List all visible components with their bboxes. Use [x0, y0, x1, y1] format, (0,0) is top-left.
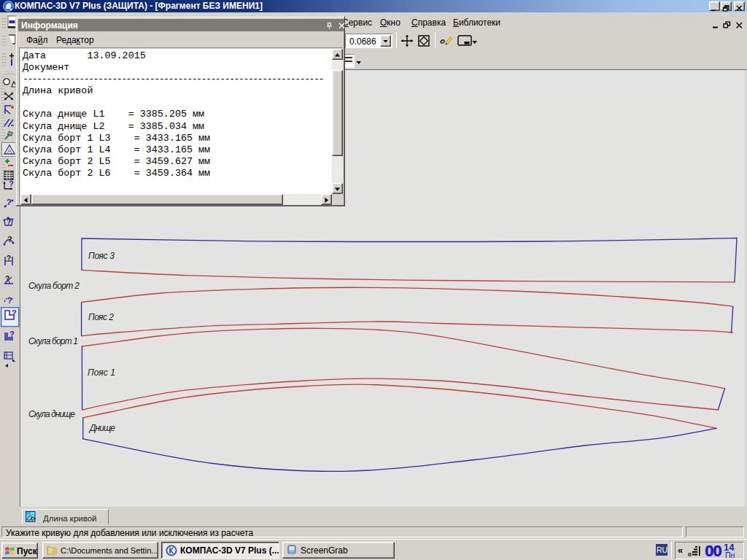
- svg-text:?: ?: [7, 254, 11, 262]
- svg-text:?: ?: [5, 275, 9, 283]
- svg-text:?: ?: [7, 296, 12, 305]
- svg-text:?: ?: [7, 198, 12, 206]
- svg-text:?: ?: [7, 235, 12, 244]
- svg-text:?: ?: [9, 179, 14, 188]
- svg-text:?: ?: [12, 308, 17, 317]
- svg-text:Скула днище: Скула днище: [28, 409, 75, 419]
- svg-text:Пояс 2: Пояс 2: [88, 312, 114, 322]
- svg-text:Пояс 1: Пояс 1: [88, 368, 115, 378]
- svg-text:Днище: Днище: [88, 423, 115, 433]
- svg-text:A: A: [7, 147, 12, 155]
- svg-text:Пояс 3: Пояс 3: [88, 251, 115, 261]
- svg-text:Скула борт 2: Скула борт 2: [28, 281, 80, 291]
- svg-text:?: ?: [7, 218, 11, 226]
- svg-text:?: ?: [9, 330, 15, 338]
- svg-text:Скула борт 1: Скула борт 1: [28, 336, 78, 346]
